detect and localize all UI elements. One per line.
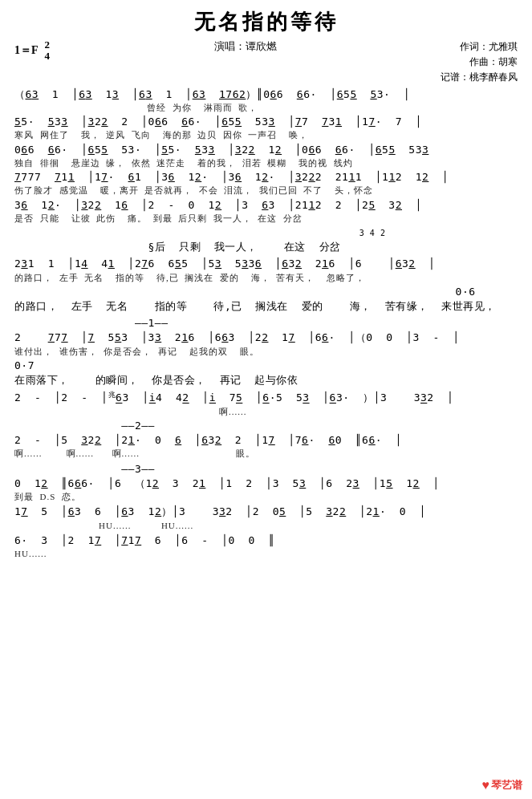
notation-7b: 的路口， 左手 无名 指的等 待,已 搁浅在 爱的 海， 苦有缘， 来世再见， (14, 299, 518, 314)
notation-8d: 在雨落下， 的瞬间， 你是否会， 再记 起与你依 (14, 373, 518, 387)
score-line-3: 066 66· │655 53· │55· 533 │322 12 │066 6… (14, 143, 518, 168)
watermark-heart-icon: ♥ (482, 778, 490, 793)
singer-info: 演唱：谭欣燃 (50, 39, 441, 54)
score-line-13: 6· 3 │2 17 │717 6 │6 - │0 0 ║ HU...... (14, 533, 518, 559)
notation-13: 6· 3 │2 17 │717 6 │6 - │0 0 ║ (14, 533, 518, 548)
score-line-8c: 0·7 在雨落下， 的瞬间， 你是否会， 再记 起与你依 (14, 359, 518, 387)
lyrics-5: 是否 只能 让彼 此伤 痛。 到最 后只剩 我一人， 在这 分岔 (14, 213, 518, 224)
notation-5b2: §后 只剩 我一人， 在这 分岔 (14, 240, 518, 254)
score-line-1: （63 1 │63 13 │63 1 │63 1762）║066 66· │65… (14, 87, 518, 113)
score-line-6: 231 1 │14 41 │276 655 │53 5336 │632 216 … (14, 257, 518, 282)
notation-5b: 3 4 2 (14, 225, 518, 240)
lyrics-6: 的路口， 左手 无名 指的等 待,已 搁浅在 爱的 海， 苦有天， 忽略了， (14, 272, 518, 283)
transcriber: 记谱：桃李醉春风 (441, 70, 518, 85)
score-line-7: 0·6 的路口， 左手 无名 指的等 待,已 搁浅在 爱的 海， 苦有缘， 来世… (14, 285, 518, 314)
page: 无名指的等待 1＝F 2 4 演唱：谭欣燃 作词：尤雅琪 作曲：胡寒 记谱：桃李… (0, 0, 532, 799)
lyrics-11: 到最 D.S 恋。 (14, 491, 518, 502)
notation-8: ——1—— (14, 316, 518, 331)
score-line-11: ——3—— 0 12 ║666· │6 （12 3 21 │1 2 │3 53 … (14, 462, 518, 503)
lyricist: 作词：尤雅琪 (441, 39, 518, 55)
watermark-label: 琴艺谱 (491, 778, 522, 793)
notation-8b: 2 777 │7 553 │33 216 │663 │22 17 │66· │（… (14, 331, 518, 345)
song-title: 无名指的等待 (14, 8, 518, 36)
lyrics-9: 啊...... (14, 406, 518, 417)
notation-2: 55· 533 │322 2 │066 66· │655 533 │77 731… (14, 115, 518, 129)
lyrics-12: HU...... HU...... (14, 520, 518, 531)
composer: 作曲：胡寒 (441, 55, 518, 70)
notation-8c: 0·7 (14, 359, 518, 373)
score-line-10: ——2—— 2 - │5 322 │21· 0 6 │632 2 │17 │76… (14, 419, 518, 460)
score-body: （63 1 │63 13 │63 1 │63 1762）║066 66· │65… (14, 87, 518, 560)
score-line-2: 55· 533 │322 2 │066 66· │655 533 │77 731… (14, 115, 518, 140)
watermark: ♥ 琴艺谱 (482, 778, 523, 793)
lyrics-8: 谁付出， 谁伤害， 你是否会， 再记 起我的双 眼。 (14, 346, 518, 357)
notation-6: 231 1 │14 41 │276 655 │53 5336 │632 216 … (14, 257, 518, 271)
credits: 作词：尤雅琪 作曲：胡寒 记谱：桃李醉春风 (441, 39, 518, 86)
notation-9: 2 - │2 - │兆63 │i4 42 │i 75 │6·5 53 │63· … (14, 390, 518, 406)
notation-10b: 2 - │5 322 │21· 0 6 │632 2 │17 │76· 60 ║… (14, 433, 518, 448)
singer-label: 演唱：谭欣燃 (214, 40, 277, 52)
notation-11: ——3—— (14, 462, 518, 477)
notation-11b: 0 12 ║666· │6 （12 3 21 │1 2 │3 53 │6 23 … (14, 477, 518, 491)
notation-7: 0·6 (14, 285, 518, 299)
lyrics-13: HU...... (14, 548, 518, 559)
key-time: 1＝F 2 4 (14, 39, 50, 63)
score-line-5b: 3 4 2 §后 只剩 我一人， 在这 分岔 (14, 225, 518, 254)
lyrics-10: 啊...... 啊...... 啊...... 眼。 (14, 448, 518, 459)
lyrics-2: 寒风 网住了 我， 逆风 飞向 海的那 边贝 因你 一声召 唤， (14, 129, 518, 140)
lyrics-1: 曾经 为你 淋雨而 歌， (14, 102, 518, 113)
notation-3: 066 66· │655 53· │55· 533 │322 12 │066 6… (14, 143, 518, 157)
notation-10: ——2—— (14, 419, 518, 433)
notation-1: （63 1 │63 13 │63 1 │63 1762）║066 66· │65… (14, 87, 518, 102)
score-line-9: 2 - │2 - │兆63 │i4 42 │i 75 │6·5 53 │63· … (14, 390, 518, 417)
notation-5: 36 12· │322 16 │2 - 0 12 │3 63 │2112 2 │… (14, 198, 518, 213)
meta-row: 1＝F 2 4 演唱：谭欣燃 作词：尤雅琪 作曲：胡寒 记谱：桃李醉春风 (14, 39, 518, 86)
score-line-12: 17 5 │63 6 │63 12）│3 332 │2 05 │5 322 │2… (14, 505, 518, 530)
lyrics-3: 独自 徘徊 悬崖边 缘， 依然 迷茫走 着的我， 泪若 模糊 我的视 线灼 (14, 157, 518, 168)
key-label: 1＝F (14, 43, 39, 58)
lyrics-4: 伤了脸才 感觉温 暖，离开 是否就再， 不会 泪流， 我们已回 不了 头，怀念 (14, 185, 518, 196)
score-line-4: 7777 711 │17· 61 │36 12· │36 12· │3222 2… (14, 170, 518, 196)
notation-12: 17 5 │63 6 │63 12）│3 332 │2 05 │5 322 │2… (14, 505, 518, 519)
score-line-8: ——1—— 2 777 │7 553 │33 216 │663 │22 17 │… (14, 316, 518, 357)
score-line-5: 36 12· │322 16 │2 - 0 12 │3 63 │2112 2 │… (14, 198, 518, 224)
notation-4: 7777 711 │17· 61 │36 12· │36 12· │3222 2… (14, 170, 518, 185)
